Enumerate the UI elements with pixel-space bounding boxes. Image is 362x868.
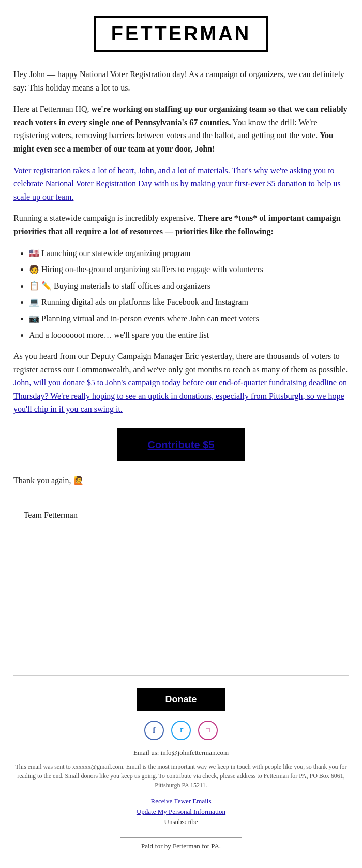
paragraph2: Running a statewide campaign is incredib…: [13, 212, 349, 238]
paid-for-text: Paid for by Fetterman for PA.: [120, 837, 242, 855]
paragraph1: Here at Fetterman HQ, we're working on s…: [13, 102, 349, 155]
twitter-icon[interactable]: 𝕣: [171, 721, 191, 740]
link-paragraph: Voter registration takes a lot of heart,…: [13, 164, 349, 204]
priorities-list: 🇺🇸 Launching our statewide organizing pr…: [29, 247, 349, 342]
footer-links: Receive Fewer Emails Update My Personal …: [13, 797, 349, 826]
list-item: 📷 Planning virtual and in-person events …: [29, 312, 349, 325]
paragraph1-plain: Here at Fetterman HQ,: [13, 104, 92, 113]
list-item: 💻 Running digital ads on platforms like …: [29, 295, 349, 309]
spacer: [13, 530, 349, 644]
list-item: And a looooooot more… we'll spare you th…: [29, 328, 349, 342]
donate-link-2[interactable]: John, will you donate $5 to John's campa…: [13, 378, 347, 413]
email-content: Hey John — happy National Voter Registra…: [0, 63, 362, 654]
paragraph2-plain: Running a statewide campaign is incredib…: [13, 214, 198, 222]
footer-donate-button[interactable]: Donate: [137, 688, 225, 711]
greeting-paragraph: Hey John — happy National Voter Registra…: [13, 68, 349, 94]
contribute-button[interactable]: Contribute $5: [117, 428, 246, 461]
closing1: Thank you again, 🙋: [13, 474, 349, 487]
list-item: 🇺🇸 Launching our statewide organizing pr…: [29, 247, 349, 260]
paragraph3-plain: As you heard from our Deputy Campaign Ma…: [13, 352, 348, 374]
list-item: 📋 ✏️ Buying materials to staff offices a…: [29, 279, 349, 293]
logo-text: FETTERMAN: [111, 23, 251, 44]
email-footer: Donate f 𝕣 □ Email us: info@johnfetterma…: [0, 676, 362, 865]
instagram-letter: □: [206, 726, 210, 735]
cta-wrapper: Contribute $5: [13, 428, 349, 461]
donation-link[interactable]: Voter registration takes a lot of heart,…: [13, 166, 341, 201]
instagram-icon[interactable]: □: [198, 721, 218, 740]
closing2: — Team Fetterman: [13, 508, 349, 522]
footer-disclaimer: This email was sent to xxxxxx@gmail.com.…: [13, 762, 349, 790]
unsubscribe-text: Unsubscribe: [13, 818, 349, 826]
email-wrapper: FETTERMAN Hey John — happy National Vote…: [0, 0, 362, 865]
logo-box: FETTERMAN: [94, 16, 268, 52]
facebook-icon[interactable]: f: [144, 721, 164, 740]
twitter-letter: 𝕣: [179, 726, 183, 735]
update-personal-info-link[interactable]: Update My Personal Information: [13, 807, 349, 816]
paragraph3: As you heard from our Deputy Campaign Ma…: [13, 350, 349, 416]
paid-for-box: Paid for by Fetterman for PA.: [13, 833, 349, 855]
social-icons-group: f 𝕣 □: [13, 721, 349, 740]
facebook-letter: f: [153, 726, 155, 735]
list-item: 🧑 Hiring on-the-ground organizing staffe…: [29, 263, 349, 276]
email-header: FETTERMAN: [0, 0, 362, 63]
receive-fewer-emails-link[interactable]: Receive Fewer Emails: [13, 797, 349, 805]
footer-email: Email us: info@johnfetterman.com: [13, 749, 349, 757]
